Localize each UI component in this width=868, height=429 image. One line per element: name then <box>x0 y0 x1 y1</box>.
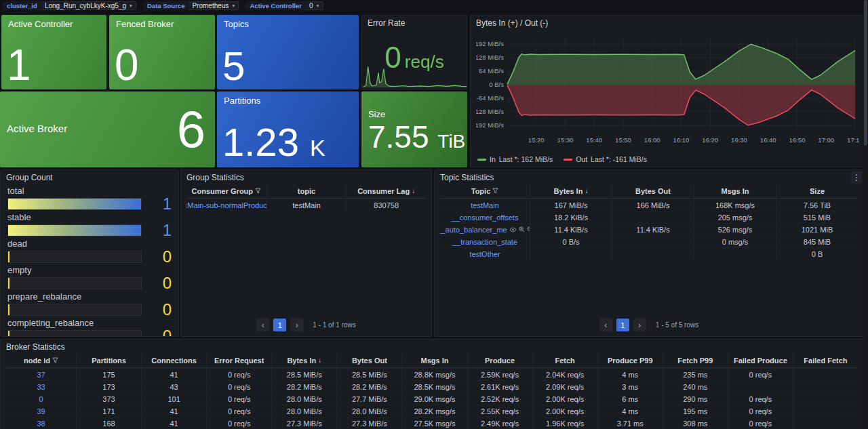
cluster-id-dropdown[interactable]: Long_Run_cybLkyK-xg5_g ▾ <box>41 1 136 10</box>
bar-gauge-fill <box>8 304 9 315</box>
node-id-cell: 168 <box>76 417 141 429</box>
node-id-link[interactable]: 38 <box>6 417 76 429</box>
current-page-button[interactable]: 1 <box>616 319 629 331</box>
dropdown-value: Long_Run_cybLkyK-xg5_g <box>45 2 126 9</box>
bar-gauge-item: completing_rebalance0 <box>7 318 172 337</box>
cell-hover-actions[interactable] <box>509 226 530 232</box>
node-id-column-header[interactable]: Bytes In↓ <box>271 353 336 368</box>
node-id-column-header[interactable]: Fetch <box>532 353 597 368</box>
node-id-cell: 28.2K msg/s <box>401 405 467 417</box>
node-id-column-header[interactable]: Msgs In <box>401 353 467 368</box>
timeseries-chart[interactable]: 15:2015:3015:4015:5016:0016:1016:2016:30… <box>476 30 859 151</box>
node-id-cell: 41 <box>141 417 206 429</box>
node-id-cell: 0 req/s <box>206 417 271 429</box>
node-id-cell: 27.7 MiB/s <box>336 392 401 405</box>
next-page-button[interactable]: › <box>633 319 646 331</box>
consumer-group-column-header[interactable]: Consumer Group <box>186 184 267 199</box>
node-id-cell: 0 req/s <box>206 405 271 417</box>
topic-cell: 7.56 TiB <box>776 199 858 211</box>
stat-title: Fenced Broker <box>116 19 174 29</box>
topic-cell: 845 MiB <box>776 235 858 247</box>
bar-gauge-track <box>7 304 142 316</box>
stat-value: 5 <box>222 46 245 87</box>
node-id-cell: 0 req/s <box>206 380 271 392</box>
consumer-group-link[interactable]: testMain-sub-normalProduce... <box>186 199 267 211</box>
legend-item-in[interactable]: In Last *: 162 MiB/s <box>477 155 553 163</box>
node-id-column-header[interactable]: Produce <box>467 353 532 368</box>
bar-gauge-label: total <box>7 186 172 196</box>
topic-link[interactable]: __auto_balancer_me <box>440 223 530 235</box>
topic-column-header[interactable]: Topic <box>440 184 530 199</box>
consumer-group-column-header[interactable]: topic <box>267 184 347 199</box>
node-id-link[interactable]: 39 <box>6 405 76 417</box>
node-id-cell: 1.96K req/s <box>532 417 597 429</box>
panel-fenced-broker: Fenced Broker 0 <box>109 15 215 89</box>
topic-cell: 0 B <box>776 247 858 260</box>
bar-gauge-label: completing_rebalance <box>7 318 172 328</box>
topic-column-header[interactable]: Bytes In↓ <box>530 184 612 199</box>
dropdown-value: Prometheus <box>192 2 229 9</box>
chevron-down-icon: ▾ <box>316 3 319 9</box>
chevron-down-icon: ▾ <box>130 3 132 9</box>
bar-gauge-list: total1stable1dead0empty0prepare_rebalanc… <box>7 185 172 337</box>
data-source-dropdown[interactable]: Prometheus ▾ <box>189 1 239 10</box>
active-controller-dropdown[interactable]: 0 ▾ <box>306 1 323 10</box>
node-id-column-header[interactable]: Bytes Out <box>336 353 401 368</box>
node-id-cell: 0 req/s <box>728 405 793 417</box>
stat-title: Topics <box>224 19 249 29</box>
topic-link[interactable]: __transaction_state <box>440 235 530 247</box>
node-id-link[interactable]: 37 <box>6 368 76 380</box>
bar-gauge-value: 1 <box>142 224 172 237</box>
scrollbar-thumb[interactable] <box>864 0 867 146</box>
prev-page-button[interactable]: ‹ <box>256 319 269 331</box>
panel-title: Bytes In (+) / Out (-) <box>476 18 548 28</box>
topic-cell: 0 msg/s <box>694 235 776 247</box>
legend-item-out[interactable]: Out Last *: -161 MiB/s <box>564 155 647 163</box>
panel-menu-icon[interactable]: ⋮ <box>851 171 862 184</box>
bar-gauge-value: 0 <box>142 330 172 337</box>
series-color-swatch <box>477 159 486 161</box>
node-id-link[interactable]: 33 <box>6 380 76 392</box>
next-page-button[interactable]: › <box>290 319 303 331</box>
topic-cell: 168K msg/s <box>694 199 776 211</box>
node-id-column-header[interactable]: Produce P99 <box>597 353 663 368</box>
node-id-column-header[interactable]: Fetch P99 <box>663 353 728 368</box>
node-id-link[interactable]: 0 <box>6 392 76 405</box>
topic-column-header[interactable]: Size <box>776 184 858 199</box>
svg-text:16:20: 16:20 <box>702 136 718 144</box>
svg-text:192 MiB/s: 192 MiB/s <box>476 40 504 47</box>
svg-text:16:50: 16:50 <box>789 136 806 144</box>
topic-column-header[interactable]: Msgs In <box>694 184 776 199</box>
topic-cell: 18.2 KiB/s <box>530 211 612 223</box>
node-id-cell: 28.5 MiB/s <box>336 368 401 380</box>
panel-title: Topic Statistics <box>440 173 494 182</box>
node-id-column-header[interactable]: Failed Fetch <box>793 353 858 368</box>
variable-data-source: Data Source Prometheus ▾ <box>143 1 239 10</box>
prev-page-button[interactable]: ‹ <box>599 319 612 331</box>
node-id-cell: 41 <box>141 368 206 380</box>
topic-link[interactable]: testMain <box>440 199 530 211</box>
panel-group-count: Group Count total1stable1dead0empty0prep… <box>0 169 179 337</box>
node-id-column-header[interactable]: node id <box>6 353 76 368</box>
consumer-group-column-header[interactable]: Consumer Lag↓ <box>346 184 426 199</box>
stat-value: 6 <box>177 104 205 155</box>
topic-cell <box>612 235 694 247</box>
node-id-cell <box>793 392 858 405</box>
node-id-cell: 4 ms <box>597 368 663 380</box>
node-id-cell: 0 req/s <box>206 392 271 405</box>
node-id-cell: 290 ms <box>663 392 728 405</box>
node-id-column-header[interactable]: Failed Produce <box>728 353 793 368</box>
node-id-column-header[interactable]: Partitions <box>76 353 141 368</box>
svg-text:16:40: 16:40 <box>760 136 776 144</box>
topic-column-header[interactable]: Bytes Out <box>612 184 694 199</box>
bar-gauge-value: 0 <box>142 277 172 289</box>
node-id-column-header[interactable]: Connections <box>141 353 206 368</box>
current-page-button[interactable]: 1 <box>273 319 286 331</box>
bar-gauge-item: dead0 <box>7 239 172 263</box>
topic-link[interactable]: __consumer_offsets <box>440 211 530 223</box>
topic-link[interactable]: testOther <box>440 247 530 260</box>
node-id-cell <box>728 380 793 392</box>
node-id-column-header[interactable]: Error Request <box>206 353 271 368</box>
page-scrollbar[interactable] <box>863 0 868 429</box>
bar-gauge-label: stable <box>7 212 172 222</box>
